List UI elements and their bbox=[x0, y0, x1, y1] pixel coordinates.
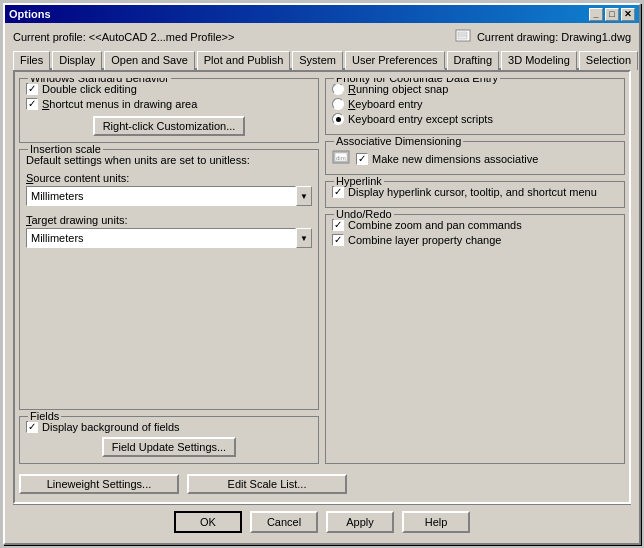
hyperlink-display-label: Display hyperlink cursor, tooltip, and s… bbox=[348, 186, 597, 198]
insertion-scale-title: Insertion scale bbox=[28, 143, 103, 155]
content-area: Windows Standard Behavior Double click e… bbox=[13, 70, 631, 504]
dialog-buttons: OK Cancel Apply Help bbox=[13, 504, 631, 537]
right-click-customization-button[interactable]: Right-click Customization... bbox=[93, 116, 246, 136]
keyboard-entry-except-label: Keyboard entry except scripts bbox=[348, 113, 493, 125]
drawing-icon bbox=[455, 29, 473, 45]
tab-open-and-save[interactable]: Open and Save bbox=[104, 51, 194, 70]
left-column: Windows Standard Behavior Double click e… bbox=[19, 78, 319, 464]
assoc-icon: dim bbox=[332, 150, 352, 168]
hyperlink-display-row: Display hyperlink cursor, tooltip, and s… bbox=[332, 186, 618, 198]
title-bar-controls: _ □ ✕ bbox=[589, 8, 635, 21]
double-click-label: Double click editing bbox=[42, 83, 137, 95]
fields-display-checkbox[interactable] bbox=[26, 421, 38, 433]
help-button[interactable]: Help bbox=[402, 511, 470, 533]
combine-zoom-label: Combine zoom and pan commands bbox=[348, 219, 522, 231]
keyboard-entry-row: Keyboard entry bbox=[332, 98, 618, 110]
running-object-snap-radio[interactable] bbox=[332, 83, 344, 95]
drawing-label: Current drawing: bbox=[477, 31, 558, 43]
combine-zoom-row: Combine zoom and pan commands bbox=[332, 219, 618, 231]
close-button[interactable]: ✕ bbox=[621, 8, 635, 21]
maximize-button[interactable]: □ bbox=[605, 8, 619, 21]
shortcut-menus-row: Shortcut menus in drawing area bbox=[26, 98, 312, 110]
tabs-row: Files Display Open and Save Plot and Pub… bbox=[13, 49, 631, 70]
source-units-label: Source content units: bbox=[26, 172, 312, 184]
fields-display-row: Display background of fields bbox=[26, 421, 312, 433]
profile-label: Current profile: bbox=[13, 31, 86, 43]
source-units-row: Millimeters ▼ bbox=[26, 186, 312, 206]
profile-value: <<AutoCAD 2...med Profile>> bbox=[89, 31, 235, 43]
source-units-dropdown-arrow[interactable]: ▼ bbox=[296, 186, 312, 206]
running-object-snap-label: Running object snap bbox=[348, 83, 448, 95]
field-update-settings-button[interactable]: Field Update Settings... bbox=[102, 437, 236, 457]
priority-title: Priority for Coordinate Data Entry bbox=[334, 78, 500, 84]
keyboard-entry-label: Keyboard entry bbox=[348, 98, 423, 110]
fields-display-label: Display background of fields bbox=[42, 421, 180, 433]
right-column: Priority for Coordinate Data Entry Runni… bbox=[325, 78, 625, 464]
target-units-row: Millimeters ▼ bbox=[26, 228, 312, 248]
make-assoc-label: Make new dimensions associative bbox=[372, 153, 538, 165]
associative-title: Associative Dimensioning bbox=[334, 135, 463, 147]
svg-rect-1 bbox=[458, 32, 467, 39]
hyperlink-group: Hyperlink Display hyperlink cursor, tool… bbox=[325, 181, 625, 208]
bottom-buttons: Lineweight Settings... Edit Scale List..… bbox=[19, 470, 625, 498]
profile-row: Current profile: <<AutoCAD 2...med Profi… bbox=[13, 29, 631, 45]
windows-behavior-title: Windows Standard Behavior bbox=[28, 78, 171, 84]
ok-button[interactable]: OK bbox=[174, 511, 242, 533]
shortcut-menus-label: Shortcut menus in drawing area bbox=[42, 98, 197, 110]
tab-plot-and-publish[interactable]: Plot and Publish bbox=[197, 51, 291, 70]
source-units-select[interactable]: Millimeters bbox=[26, 186, 296, 206]
edit-scale-list-button[interactable]: Edit Scale List... bbox=[187, 474, 347, 494]
combine-layer-label: Combine layer property change bbox=[348, 234, 501, 246]
fields-title: Fields bbox=[28, 410, 61, 422]
tab-system[interactable]: System bbox=[292, 51, 343, 70]
double-click-row: Double click editing bbox=[26, 83, 312, 95]
undo-redo-group: Undo/Redo Combine zoom and pan commands … bbox=[325, 214, 625, 464]
window-body: Current profile: <<AutoCAD 2...med Profi… bbox=[5, 23, 639, 543]
insertion-scale-subtitle: Default settings when units are set to u… bbox=[26, 154, 312, 166]
shortcut-menus-checkbox[interactable] bbox=[26, 98, 38, 110]
cancel-button[interactable]: Cancel bbox=[250, 511, 318, 533]
tab-user-preferences[interactable]: User Preferences bbox=[345, 51, 445, 70]
hyperlink-checkbox[interactable] bbox=[332, 186, 344, 198]
combine-layer-checkbox[interactable] bbox=[332, 234, 344, 246]
tab-drafting[interactable]: Drafting bbox=[447, 51, 500, 70]
options-dialog: Options _ □ ✕ Current profile: <<AutoCAD… bbox=[3, 3, 641, 545]
associative-group: Associative Dimensioning dim Make new bbox=[325, 141, 625, 175]
target-units-dropdown-arrow[interactable]: ▼ bbox=[296, 228, 312, 248]
lineweight-settings-button[interactable]: Lineweight Settings... bbox=[19, 474, 179, 494]
combine-layer-row: Combine layer property change bbox=[332, 234, 618, 246]
drawing-value: Drawing1.dwg bbox=[561, 31, 631, 43]
hyperlink-title: Hyperlink bbox=[334, 175, 384, 187]
priority-group: Priority for Coordinate Data Entry Runni… bbox=[325, 78, 625, 135]
insertion-scale-group: Insertion scale Default settings when un… bbox=[19, 149, 319, 410]
double-click-checkbox[interactable] bbox=[26, 83, 38, 95]
tab-files[interactable]: Files bbox=[13, 51, 50, 70]
target-units-label: Target drawing units: bbox=[26, 214, 312, 226]
tab-3d-modeling[interactable]: 3D Modeling bbox=[501, 51, 577, 70]
keyboard-entry-except-row: Keyboard entry except scripts bbox=[332, 113, 618, 125]
tab-display[interactable]: Display bbox=[52, 51, 102, 70]
make-assoc-checkbox[interactable] bbox=[356, 153, 368, 165]
keyboard-entry-radio[interactable] bbox=[332, 98, 344, 110]
windows-behavior-group: Windows Standard Behavior Double click e… bbox=[19, 78, 319, 143]
running-object-snap-row: Running object snap bbox=[332, 83, 618, 95]
window-title: Options bbox=[9, 8, 51, 20]
title-bar: Options _ □ ✕ bbox=[5, 5, 639, 23]
assoc-row: dim Make new dimensions associative bbox=[332, 150, 618, 168]
fields-group: Fields Display background of fields Fiel… bbox=[19, 416, 319, 464]
combine-zoom-checkbox[interactable] bbox=[332, 219, 344, 231]
svg-text:dim: dim bbox=[336, 155, 346, 161]
undo-redo-title: Undo/Redo bbox=[334, 208, 394, 220]
apply-button[interactable]: Apply bbox=[326, 511, 394, 533]
keyboard-entry-except-radio[interactable] bbox=[332, 113, 344, 125]
minimize-button[interactable]: _ bbox=[589, 8, 603, 21]
target-units-select[interactable]: Millimeters bbox=[26, 228, 296, 248]
tab-selection[interactable]: Selection bbox=[579, 51, 638, 70]
